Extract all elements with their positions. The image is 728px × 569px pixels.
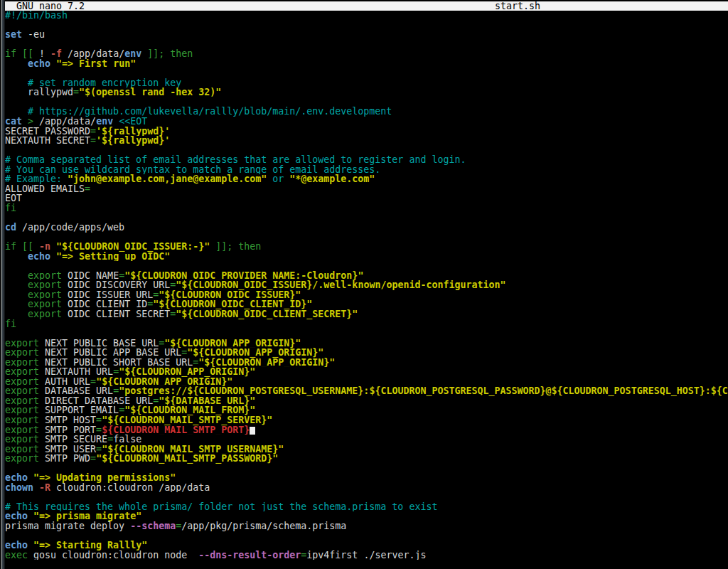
code-line: # https://github.com/lukevella/rallly/bl… bbox=[5, 107, 728, 117]
code-line: export DIRECT_DATABASE_URL="${DATABASE_U… bbox=[5, 396, 728, 406]
code-line bbox=[5, 40, 728, 50]
code-line: fi bbox=[5, 203, 728, 213]
code-line bbox=[5, 97, 728, 107]
code-line: prisma migrate deploy --schema=/app/pkg/… bbox=[5, 521, 728, 531]
app-version-label: GNU nano 7.2 bbox=[16, 1, 85, 11]
code-line: echo "=> Updating permissions" bbox=[5, 473, 728, 483]
code-line: export NEXT_PUBLIC_BASE_URL="${CLOUDRON_… bbox=[5, 339, 728, 349]
code-line: export SMTP_SECURE=false bbox=[5, 435, 728, 445]
code-line bbox=[5, 233, 728, 243]
code-line: export SMTP_HOST="${CLOUDRON_MAIL_SMTP_S… bbox=[5, 415, 728, 425]
code-line: # Comma separated list of email addresse… bbox=[5, 155, 728, 165]
code-line: export SMTP_PORT=${CLOUDRON_MAIL_SMTP_PO… bbox=[5, 425, 728, 435]
code-line: SECRET_PASSWORD='${rallypwd}' bbox=[5, 127, 728, 137]
code-line: chown -R cloudron:cloudron /app/data bbox=[5, 483, 728, 493]
code-line bbox=[5, 213, 728, 223]
code-line bbox=[5, 68, 728, 78]
code-line bbox=[5, 146, 728, 156]
code-line: export NEXT_PUBLIC_APP_BASE_URL="${CLOUD… bbox=[5, 348, 728, 358]
code-line: cat > /app/data/env <<EOT bbox=[5, 117, 728, 127]
titlebar-background: GNU nano 7.2 start.sh bbox=[5, 1, 728, 11]
code-line: echo "=> Setting up OIDC" bbox=[5, 252, 728, 262]
code-line: # Example: "john@example.com,jane@exampl… bbox=[5, 174, 728, 184]
code-line: # set random encryption key bbox=[5, 78, 728, 88]
nano-titlebar: GNU nano 7.2 start.sh bbox=[5, 0, 728, 11]
code-line: export SUPPORT_EMAIL="${CLOUDRON_MAIL_FR… bbox=[5, 405, 728, 415]
code-line: #!/bin/bash bbox=[5, 11, 728, 21]
code-line bbox=[5, 492, 728, 502]
code-line: export OIDC_DISCOVERY_URL="${CLOUDRON_OI… bbox=[5, 280, 728, 290]
code-line: NEXTAUTH_SECRET='${rallypwd}' bbox=[5, 136, 728, 146]
code-line bbox=[5, 531, 728, 541]
code-line: # This requires the whole prisma/ folder… bbox=[5, 502, 728, 512]
code-line: cd /app/code/apps/web bbox=[5, 223, 728, 233]
code-line: export NEXT_PUBLIC_SHORT_BASE_URL="${CLO… bbox=[5, 358, 728, 368]
cursor bbox=[250, 427, 255, 435]
code-line: EOT bbox=[5, 193, 728, 203]
code-line: # You can use wildcard syntax to match a… bbox=[5, 165, 728, 175]
code-line: exec gosu cloudron:cloudron node --dns-r… bbox=[5, 551, 728, 560]
code-line: echo "=> First run" bbox=[5, 59, 728, 69]
code-line: rallypwd="$(openssl rand -hex 32)" bbox=[5, 87, 728, 97]
code-line: export SMTP_USER="${CLOUDRON_MAIL_SMTP_U… bbox=[5, 445, 728, 454]
code-line: export OIDC_ISSUER_URL="${CLOUDRON_OIDC_… bbox=[5, 290, 728, 300]
code-line: if [[ ! -f /app/data/env ]]; then bbox=[5, 49, 728, 59]
code-line: export OIDC_CLIENT_SECRET="${CLOUDRON_OI… bbox=[5, 309, 728, 319]
code-line: if [[ -n "${CLOUDRON_OIDC_ISSUER:-}" ]];… bbox=[5, 242, 728, 252]
code-line: export SMTP_PWD="${CLOUDRON_MAIL_SMTP_PA… bbox=[5, 454, 728, 464]
code-line bbox=[5, 261, 728, 271]
code-line: fi bbox=[5, 319, 728, 329]
code-line: echo "=> prisma migrate" bbox=[5, 511, 728, 521]
code-line: export OIDC_CLIENT_ID="${CLOUDRON_OIDC_C… bbox=[5, 299, 728, 309]
code-line: echo "=> Starting Rallly" bbox=[5, 541, 728, 551]
code-line: export OIDC_NAME="${CLOUDRON_OIDC_PROVID… bbox=[5, 271, 728, 281]
filename-label: start.sh bbox=[495, 1, 540, 11]
code-line: export AUTH_URL="${CLOUDRON_APP_ORIGIN}" bbox=[5, 377, 728, 387]
code-line bbox=[5, 329, 728, 339]
code-line: export NEXTAUTH_URL="${CLOUDRON_APP_ORIG… bbox=[5, 367, 728, 377]
code-line bbox=[5, 464, 728, 474]
editor-content[interactable]: #!/bin/bashset -euif [[ ! -f /app/data/e… bbox=[5, 11, 728, 569]
code-line: ALLOWED_EMAILS= bbox=[5, 184, 728, 194]
code-line: export DATABASE_URL="postgres://${CLOUDR… bbox=[5, 386, 728, 396]
code-line bbox=[5, 21, 728, 31]
code-line: set -eu bbox=[5, 30, 728, 40]
window-edge bbox=[0, 0, 5, 569]
